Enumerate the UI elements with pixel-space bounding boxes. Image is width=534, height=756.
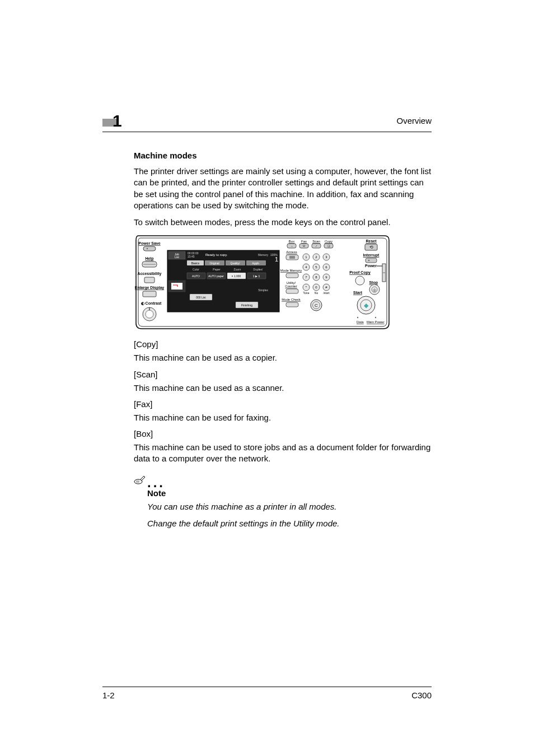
svg-text:⟋: ⟋ <box>315 244 318 248</box>
svg-text:Fax: Fax <box>301 240 307 243</box>
svg-text:Tone: Tone <box>303 291 310 295</box>
svg-text:Color: Color <box>193 268 199 271</box>
svg-text:AUTO: AUTO <box>192 274 200 278</box>
svg-text:Box: Box <box>289 240 294 243</box>
svg-text:Reset: Reset <box>366 239 377 243</box>
mode-check-button[interactable] <box>286 302 298 307</box>
svg-text:⟲: ⟲ <box>369 245 373 250</box>
svg-text:Quality/: Quality/ <box>231 262 241 265</box>
control-panel-illustration: Power Save Help Accessibility Enlarge Di… <box>134 234 391 332</box>
svg-text:⬦: ⬦ <box>291 244 293 248</box>
mode-desc-fax: This machine can be used for faxing. <box>134 412 432 423</box>
svg-text:No: No <box>315 291 318 295</box>
contrast-label: ◐ Contrast <box>141 301 162 306</box>
svg-point-100 <box>375 317 376 318</box>
svg-text:Power: Power <box>365 264 377 268</box>
svg-text:15:45: 15:45 <box>188 255 195 258</box>
svg-point-99 <box>357 317 358 318</box>
svg-text:Main Power: Main Power <box>367 320 385 324</box>
note-heading: Note <box>147 488 432 498</box>
section-para-1: The printer driver settings are mainly s… <box>134 166 432 211</box>
svg-rect-49 <box>289 256 295 259</box>
svg-text:AUTO paper: AUTO paper <box>208 274 224 278</box>
svg-text:Mode Check: Mode Check <box>282 298 301 301</box>
svg-text:/start: /start <box>323 291 330 295</box>
header-rule <box>102 132 432 132</box>
svg-text:1 ▶ 1: 1 ▶ 1 <box>253 274 260 278</box>
svg-text:Original: Original <box>209 262 219 265</box>
svg-text:Paper: Paper <box>213 268 221 271</box>
svg-text:Stop: Stop <box>369 281 378 285</box>
chapter-marker: 1 <box>102 115 122 130</box>
svg-text:Simplex: Simplex <box>258 288 268 292</box>
footer-model: C300 <box>411 690 432 700</box>
svg-text:C: C <box>315 303 318 308</box>
interrupt-button[interactable] <box>366 258 377 263</box>
svg-text:Proof Copy: Proof Copy <box>349 270 371 275</box>
enlarge-display-button[interactable] <box>143 291 156 297</box>
header-title: Overview <box>396 116 432 125</box>
svg-text:Start: Start <box>353 291 363 295</box>
svg-text:☏: ☏ <box>302 244 306 248</box>
svg-text:Copy: Copy <box>325 240 332 243</box>
svg-text:Ready to copy.: Ready to copy. <box>205 253 228 256</box>
svg-text:◆: ◆ <box>364 302 369 309</box>
mode-desc-copy: This machine can be used as a copier. <box>134 352 432 363</box>
svg-text:Memory: Memory <box>258 253 269 256</box>
proof-copy-button[interactable] <box>355 276 364 285</box>
svg-text:Zoom: Zoom <box>234 268 241 271</box>
note-text-2: Change the default print settings in the… <box>147 518 432 529</box>
svg-text:Counter: Counter <box>285 284 297 288</box>
svg-text:× 1.000: × 1.000 <box>232 274 241 278</box>
enlarge-display-label: Enlarge Display <box>135 286 165 290</box>
mode-desc-box: This machine can be used to store jobs a… <box>134 442 432 465</box>
svg-text:Data: Data <box>357 320 364 324</box>
svg-text:000 List: 000 List <box>196 296 206 299</box>
accessibility-label: Accessibility <box>138 272 162 276</box>
footer-page-number: 1-2 <box>102 690 115 700</box>
svg-text:Mode Memory: Mode Memory <box>280 269 302 272</box>
note-text-1: You can use this machine as a printer in… <box>147 501 432 512</box>
footer-rule <box>102 687 432 687</box>
power-save-label: Power Save <box>138 241 160 245</box>
utility-counter-button[interactable] <box>286 289 298 293</box>
mode-label-copy: [Copy] <box>134 339 432 349</box>
svg-text:List: List <box>175 255 179 259</box>
svg-text:Duplex/: Duplex/ <box>254 268 264 271</box>
mode-memory-button[interactable] <box>286 273 298 278</box>
mode-label-fax: [Fax] <box>134 399 432 409</box>
svg-text:Interrupt: Interrupt <box>363 253 380 258</box>
svg-point-101 <box>134 479 142 484</box>
power-save-button[interactable] <box>143 246 156 251</box>
section-para-2: To switch between modes, press the mode … <box>134 217 432 228</box>
section-heading: Machine modes <box>134 151 432 160</box>
mode-label-box: [Box] <box>134 429 432 438</box>
svg-text:Appli-: Appli- <box>252 262 260 265</box>
accessibility-button[interactable] <box>144 277 154 283</box>
svg-point-86 <box>368 260 369 261</box>
svg-text:Finishing: Finishing <box>241 304 252 307</box>
mode-desc-scan: This machine can be used as a scanner. <box>134 382 432 394</box>
svg-text:Access: Access <box>286 250 297 254</box>
mode-label-scan: [Scan] <box>134 370 432 379</box>
svg-text:1: 1 <box>275 256 278 263</box>
svg-text:Scan: Scan <box>312 240 320 243</box>
svg-point-0 <box>147 248 148 249</box>
svg-text:◎: ◎ <box>373 288 376 292</box>
note-icon <box>133 474 146 487</box>
svg-text:Basics: Basics <box>191 262 200 265</box>
help-label: Help <box>145 256 153 261</box>
svg-point-2 <box>146 310 153 318</box>
chapter-number: 1 <box>113 111 122 130</box>
